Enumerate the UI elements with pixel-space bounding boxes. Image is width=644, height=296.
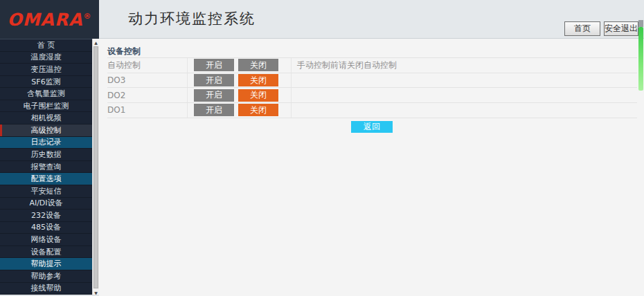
registered-trademark-icon: ® — [84, 12, 92, 21]
sidebar-item-label: 相机视频 — [31, 113, 62, 123]
row-buttons: 开启 关闭 — [188, 73, 292, 88]
sidebar-item-label: AI/DI设备 — [29, 198, 62, 208]
on-button[interactable]: 开启 — [194, 89, 234, 102]
sidebar-item[interactable]: 帮助提示 — [0, 258, 92, 270]
page-scrollbar-thumb[interactable] — [638, 27, 643, 91]
sidebar-item-label: SF6监测 — [31, 77, 60, 87]
sidebar-item[interactable]: 485设备 — [0, 222, 92, 234]
back-button[interactable]: 返回 — [351, 121, 393, 133]
sidebar-item[interactable]: 接线帮助 — [0, 283, 92, 295]
sidebar-item[interactable]: 平安短信 — [0, 185, 92, 198]
page-title: 动力环境监控系统 — [128, 9, 256, 28]
sidebar-scrollbar-thumb[interactable] — [93, 46, 98, 288]
on-button[interactable]: 开启 — [194, 74, 234, 86]
sidebar-item-label: 报警查询 — [31, 162, 62, 172]
sidebar-item-label: 帮助参考 — [31, 271, 62, 281]
row-label: 自动控制 — [107, 58, 188, 73]
row-buttons: 开启 关闭 — [188, 103, 292, 118]
sidebar-item[interactable]: 高级控制 — [0, 124, 92, 137]
sidebar-item-label: 温度湿度 — [31, 52, 62, 62]
sidebar-item-label: 变压温控 — [31, 64, 62, 75]
sidebar-item-label: 接线帮助 — [31, 283, 62, 293]
sidebar-item[interactable]: 温度湿度 — [0, 52, 92, 64]
sidebar-item[interactable]: 日志记录 — [0, 137, 92, 149]
device-control-row: DO2 开启 关闭 — [107, 88, 637, 103]
page-scrollbar-cap[interactable] — [638, 20, 643, 27]
sidebar-item-label: 首 页 — [37, 40, 55, 50]
sidebar-item[interactable]: 首 页 — [0, 39, 92, 52]
off-button[interactable]: 关闭 — [238, 89, 278, 102]
sidebar-item-label: 232设备 — [31, 210, 61, 221]
scroll-up-icon[interactable]: ▲ — [93, 39, 99, 46]
brand-logo: OMARA® — [0, 0, 99, 39]
off-button[interactable]: 关闭 — [238, 74, 278, 86]
device-control-row: 自动控制 开启 关闭 手动控制前请关闭自动控制 — [107, 58, 637, 73]
row-label: DO1 — [107, 103, 188, 118]
sidebar-item-label: 配置选项 — [31, 174, 62, 184]
sidebar-item[interactable]: 历史数据 — [0, 149, 92, 161]
sidebar-item-label: 高级控制 — [31, 125, 62, 136]
row-buttons: 开启 关闭 — [188, 88, 292, 102]
row-note: 手动控制前请关闭自动控制 — [292, 58, 397, 73]
row-note — [292, 73, 297, 88]
sidebar-item[interactable]: 232设备 — [0, 210, 92, 222]
off-button[interactable]: 关闭 — [238, 59, 278, 71]
sidebar-item-label: 电子围栏监测 — [24, 101, 69, 111]
sidebar-item[interactable]: 相机视频 — [0, 112, 92, 124]
row-label: DO3 — [107, 73, 188, 88]
row-note — [292, 103, 297, 118]
sidebar-item[interactable]: 含氧量监测 — [0, 88, 92, 100]
row-note — [292, 88, 297, 102]
sidebar-item-label: 网络设备 — [31, 234, 62, 245]
sidebar-item[interactable]: 报警查询 — [0, 161, 92, 174]
sidebar-nav: 首 页 温度湿度 变压温控 SF6监测 含氧量监测 电子围栏监测 相机视频 高级… — [0, 39, 92, 295]
sidebar-item[interactable]: 变压温控 — [0, 64, 92, 76]
sidebar-item-label: 设备配置 — [31, 247, 62, 257]
sidebar-item[interactable]: SF6监测 — [0, 76, 92, 89]
sidebar-item-label: 含氧量监测 — [27, 89, 65, 99]
device-control-table: 自动控制 开启 关闭 手动控制前请关闭自动控制 DO3 开启 关闭 DO2 — [107, 57, 637, 118]
sidebar-item[interactable]: 网络设备 — [0, 234, 92, 246]
section-title: 设备控制 — [107, 46, 141, 57]
off-button[interactable]: 关闭 — [238, 104, 278, 116]
on-button[interactable]: 开启 — [194, 104, 234, 116]
sidebar-item-label: 日志记录 — [31, 137, 62, 147]
logout-button[interactable]: 安全退出 — [604, 21, 638, 36]
device-control-row: DO3 开启 关闭 — [107, 73, 637, 89]
sidebar-item-label: 帮助提示 — [31, 259, 62, 269]
sidebar-item[interactable]: 电子围栏监测 — [0, 100, 92, 113]
sidebar-item-label: 485设备 — [31, 222, 61, 232]
sidebar-item-label: 历史数据 — [31, 149, 62, 160]
sidebar-item[interactable]: 设备配置 — [0, 246, 92, 259]
sidebar-scrollbar[interactable]: ▲ ▼ — [92, 39, 99, 296]
main-content: 设备控制 自动控制 开启 关闭 手动控制前请关闭自动控制 DO3 开启 关闭 — [99, 39, 644, 296]
device-control-row: DO1 开启 关闭 — [107, 103, 637, 118]
sidebar-item[interactable]: AI/DI设备 — [0, 198, 92, 210]
brand-logo-text: OMARA® — [7, 11, 91, 28]
row-buttons: 开启 关闭 — [188, 58, 292, 73]
sidebar-item-label: 平安短信 — [31, 186, 62, 196]
header: OMARA® 动力环境监控系统 首页 安全退出 — [0, 0, 644, 39]
sidebar-item[interactable]: 帮助参考 — [0, 270, 92, 283]
home-button[interactable]: 首页 — [564, 21, 600, 36]
sidebar-item[interactable]: 配置选项 — [0, 173, 92, 185]
row-label: DO2 — [107, 88, 188, 102]
on-button[interactable]: 开启 — [194, 59, 234, 71]
